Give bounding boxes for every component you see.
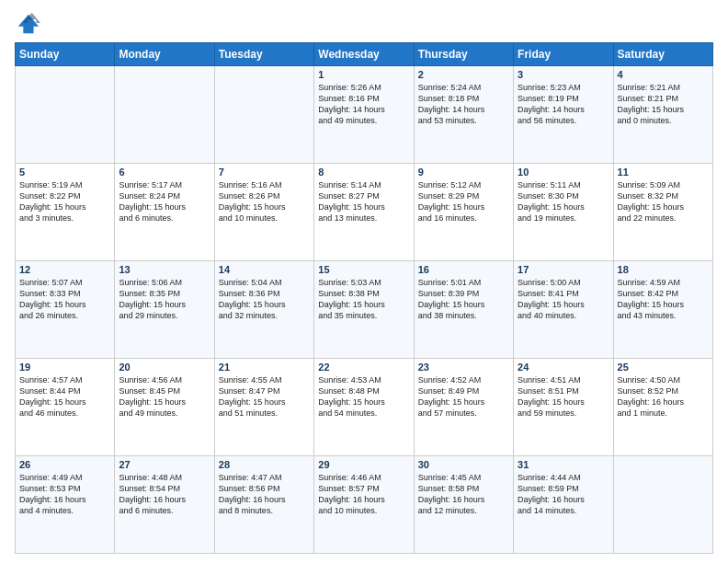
calendar-day-22: 22Sunrise: 4:53 AMSunset: 8:48 PMDayligh… bbox=[314, 359, 414, 456]
calendar-day-5: 5Sunrise: 5:19 AMSunset: 8:22 PMDaylight… bbox=[16, 164, 115, 261]
day-info: Sunrise: 5:07 AMSunset: 8:33 PMDaylight:… bbox=[19, 277, 110, 322]
calendar-day-1: 1Sunrise: 5:26 AMSunset: 8:16 PMDaylight… bbox=[314, 66, 414, 164]
calendar-empty-cell bbox=[16, 66, 115, 164]
calendar-week-row: 12Sunrise: 5:07 AMSunset: 8:33 PMDayligh… bbox=[16, 261, 713, 359]
calendar-empty-cell bbox=[214, 66, 313, 164]
day-info: Sunrise: 4:51 AMSunset: 8:51 PMDaylight:… bbox=[518, 374, 609, 419]
day-number: 5 bbox=[19, 167, 110, 178]
day-info: Sunrise: 5:12 AMSunset: 8:29 PMDaylight:… bbox=[418, 179, 509, 224]
day-number: 31 bbox=[518, 459, 609, 470]
calendar-week-row: 1Sunrise: 5:26 AMSunset: 8:16 PMDaylight… bbox=[16, 66, 713, 164]
calendar-day-23: 23Sunrise: 4:52 AMSunset: 8:49 PMDayligh… bbox=[414, 359, 513, 456]
day-info: Sunrise: 5:16 AMSunset: 8:26 PMDaylight:… bbox=[219, 179, 310, 224]
calendar-day-9: 9Sunrise: 5:12 AMSunset: 8:29 PMDaylight… bbox=[414, 164, 513, 261]
day-number: 7 bbox=[219, 167, 310, 178]
calendar-header-friday: Friday bbox=[514, 43, 613, 66]
calendar-day-27: 27Sunrise: 4:48 AMSunset: 8:54 PMDayligh… bbox=[115, 456, 214, 554]
day-info: Sunrise: 5:01 AMSunset: 8:39 PMDaylight:… bbox=[418, 277, 509, 322]
calendar-header-saturday: Saturday bbox=[613, 43, 712, 66]
day-number: 15 bbox=[318, 264, 409, 275]
calendar-day-3: 3Sunrise: 5:23 AMSunset: 8:19 PMDaylight… bbox=[514, 66, 613, 164]
calendar-empty-cell bbox=[115, 66, 214, 164]
day-info: Sunrise: 4:44 AMSunset: 8:59 PMDaylight:… bbox=[518, 472, 609, 517]
calendar-day-12: 12Sunrise: 5:07 AMSunset: 8:33 PMDayligh… bbox=[16, 261, 115, 359]
day-number: 20 bbox=[119, 362, 210, 373]
day-number: 25 bbox=[618, 362, 709, 373]
calendar-day-17: 17Sunrise: 5:00 AMSunset: 8:41 PMDayligh… bbox=[514, 261, 613, 359]
calendar-header-thursday: Thursday bbox=[414, 43, 513, 66]
calendar-table: SundayMondayTuesdayWednesdayThursdayFrid… bbox=[15, 42, 713, 554]
day-info: Sunrise: 4:49 AMSunset: 8:53 PMDaylight:… bbox=[19, 472, 110, 517]
day-info: Sunrise: 5:21 AMSunset: 8:21 PMDaylight:… bbox=[618, 82, 709, 127]
calendar-header-monday: Monday bbox=[115, 43, 214, 66]
day-info: Sunrise: 5:11 AMSunset: 8:30 PMDaylight:… bbox=[518, 179, 609, 224]
calendar-day-28: 28Sunrise: 4:47 AMSunset: 8:56 PMDayligh… bbox=[214, 456, 313, 554]
calendar-day-18: 18Sunrise: 4:59 AMSunset: 8:42 PMDayligh… bbox=[613, 261, 712, 359]
day-info: Sunrise: 4:50 AMSunset: 8:52 PMDaylight:… bbox=[618, 374, 709, 419]
day-info: Sunrise: 5:14 AMSunset: 8:27 PMDaylight:… bbox=[318, 179, 409, 224]
day-number: 13 bbox=[119, 264, 210, 275]
day-number: 17 bbox=[518, 264, 609, 275]
calendar-day-21: 21Sunrise: 4:55 AMSunset: 8:47 PMDayligh… bbox=[214, 359, 313, 456]
day-number: 3 bbox=[518, 69, 609, 80]
calendar-week-row: 19Sunrise: 4:57 AMSunset: 8:44 PMDayligh… bbox=[16, 359, 713, 456]
day-number: 29 bbox=[318, 459, 409, 470]
day-number: 26 bbox=[19, 459, 110, 470]
day-info: Sunrise: 4:47 AMSunset: 8:56 PMDaylight:… bbox=[219, 472, 310, 517]
calendar-day-10: 10Sunrise: 5:11 AMSunset: 8:30 PMDayligh… bbox=[514, 164, 613, 261]
day-info: Sunrise: 4:59 AMSunset: 8:42 PMDaylight:… bbox=[618, 277, 709, 322]
day-number: 22 bbox=[318, 362, 409, 373]
calendar-day-31: 31Sunrise: 4:44 AMSunset: 8:59 PMDayligh… bbox=[514, 456, 613, 554]
day-info: Sunrise: 4:55 AMSunset: 8:47 PMDaylight:… bbox=[219, 374, 310, 419]
calendar-day-29: 29Sunrise: 4:46 AMSunset: 8:57 PMDayligh… bbox=[314, 456, 414, 554]
day-info: Sunrise: 4:48 AMSunset: 8:54 PMDaylight:… bbox=[119, 472, 210, 517]
day-info: Sunrise: 4:52 AMSunset: 8:49 PMDaylight:… bbox=[418, 374, 509, 419]
day-info: Sunrise: 4:46 AMSunset: 8:57 PMDaylight:… bbox=[318, 472, 409, 517]
day-number: 1 bbox=[318, 69, 409, 80]
calendar-week-row: 26Sunrise: 4:49 AMSunset: 8:53 PMDayligh… bbox=[16, 456, 713, 554]
calendar-day-25: 25Sunrise: 4:50 AMSunset: 8:52 PMDayligh… bbox=[613, 359, 712, 456]
day-number: 30 bbox=[418, 459, 509, 470]
calendar-header-sunday: Sunday bbox=[16, 43, 115, 66]
day-number: 27 bbox=[119, 459, 210, 470]
day-number: 8 bbox=[318, 167, 409, 178]
calendar-empty-cell bbox=[613, 456, 712, 554]
calendar-day-11: 11Sunrise: 5:09 AMSunset: 8:32 PMDayligh… bbox=[613, 164, 712, 261]
calendar-day-24: 24Sunrise: 4:51 AMSunset: 8:51 PMDayligh… bbox=[514, 359, 613, 456]
calendar-week-row: 5Sunrise: 5:19 AMSunset: 8:22 PMDaylight… bbox=[16, 164, 713, 261]
day-info: Sunrise: 5:00 AMSunset: 8:41 PMDaylight:… bbox=[518, 277, 609, 322]
day-number: 23 bbox=[418, 362, 509, 373]
calendar-day-15: 15Sunrise: 5:03 AMSunset: 8:38 PMDayligh… bbox=[314, 261, 414, 359]
day-number: 6 bbox=[119, 167, 210, 178]
calendar-day-26: 26Sunrise: 4:49 AMSunset: 8:53 PMDayligh… bbox=[16, 456, 115, 554]
calendar-day-8: 8Sunrise: 5:14 AMSunset: 8:27 PMDaylight… bbox=[314, 164, 414, 261]
day-info: Sunrise: 5:23 AMSunset: 8:19 PMDaylight:… bbox=[518, 82, 609, 127]
day-info: Sunrise: 5:19 AMSunset: 8:22 PMDaylight:… bbox=[19, 179, 110, 224]
page: SundayMondayTuesdayWednesdayThursdayFrid… bbox=[0, 0, 728, 563]
day-info: Sunrise: 4:57 AMSunset: 8:44 PMDaylight:… bbox=[19, 374, 110, 419]
day-number: 14 bbox=[219, 264, 310, 275]
day-number: 2 bbox=[418, 69, 509, 80]
calendar-day-20: 20Sunrise: 4:56 AMSunset: 8:45 PMDayligh… bbox=[115, 359, 214, 456]
day-number: 19 bbox=[19, 362, 110, 373]
logo-icon bbox=[15, 11, 40, 37]
day-info: Sunrise: 4:56 AMSunset: 8:45 PMDaylight:… bbox=[119, 374, 210, 419]
calendar-day-4: 4Sunrise: 5:21 AMSunset: 8:21 PMDaylight… bbox=[613, 66, 712, 164]
calendar-header-row: SundayMondayTuesdayWednesdayThursdayFrid… bbox=[16, 43, 713, 66]
day-info: Sunrise: 5:03 AMSunset: 8:38 PMDaylight:… bbox=[318, 277, 409, 322]
calendar-day-13: 13Sunrise: 5:06 AMSunset: 8:35 PMDayligh… bbox=[115, 261, 214, 359]
day-number: 4 bbox=[618, 69, 709, 80]
calendar-day-16: 16Sunrise: 5:01 AMSunset: 8:39 PMDayligh… bbox=[414, 261, 513, 359]
day-number: 21 bbox=[219, 362, 310, 373]
day-number: 18 bbox=[618, 264, 709, 275]
calendar-day-2: 2Sunrise: 5:24 AMSunset: 8:18 PMDaylight… bbox=[414, 66, 513, 164]
day-number: 11 bbox=[618, 167, 709, 178]
calendar-day-19: 19Sunrise: 4:57 AMSunset: 8:44 PMDayligh… bbox=[16, 359, 115, 456]
day-info: Sunrise: 5:26 AMSunset: 8:16 PMDaylight:… bbox=[318, 82, 409, 127]
day-info: Sunrise: 5:06 AMSunset: 8:35 PMDaylight:… bbox=[119, 277, 210, 322]
calendar-header-tuesday: Tuesday bbox=[214, 43, 313, 66]
day-number: 28 bbox=[219, 459, 310, 470]
calendar-day-14: 14Sunrise: 5:04 AMSunset: 8:36 PMDayligh… bbox=[214, 261, 313, 359]
day-number: 10 bbox=[518, 167, 609, 178]
day-info: Sunrise: 4:45 AMSunset: 8:58 PMDaylight:… bbox=[418, 472, 509, 517]
